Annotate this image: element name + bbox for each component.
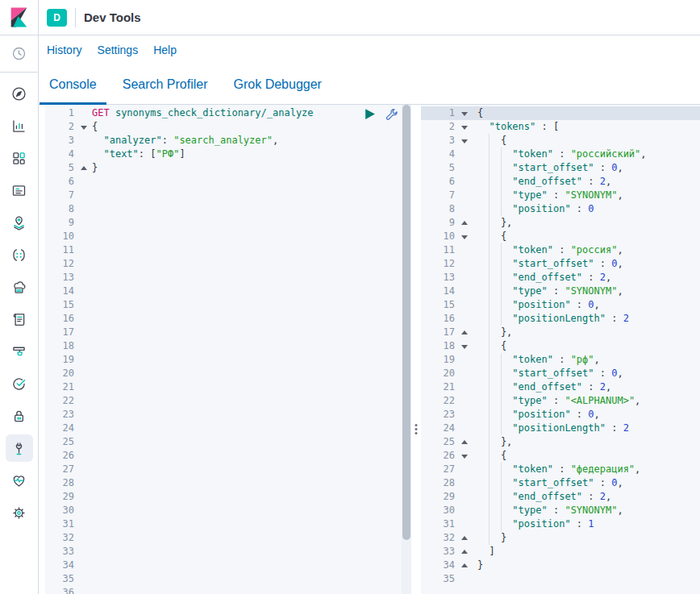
code-line: 24 "positionLength" : 2	[421, 422, 700, 435]
code-text	[90, 380, 402, 394]
fold-gutter	[458, 298, 471, 312]
sidebar-item-dev-tools-wrench[interactable]	[6, 434, 33, 462]
line-number: 31	[45, 517, 77, 531]
code-line: 17 },	[421, 326, 700, 339]
code-text: GET synonyms_check_dictionary/_analyze	[90, 106, 402, 120]
fold-gutter	[458, 271, 471, 285]
sidebar-item-recently-viewed-clock[interactable]	[6, 40, 33, 68]
sidebar-item-machine-learning[interactable]	[6, 241, 33, 268]
code-text: "type" : "SYNONYM",	[471, 285, 700, 298]
sidebar-item-canvas[interactable]	[6, 177, 33, 204]
dev-tools-wrench-icon	[10, 440, 27, 457]
tab-grok-debugger[interactable]: Grok Debugger	[224, 64, 331, 104]
kibana-logo[interactable]	[0, 0, 38, 35]
code-line: 31 "position" : 1	[421, 517, 700, 531]
stack-monitoring-heart-icon	[10, 472, 27, 489]
sidebar	[0, 0, 39, 594]
code-line: 9 },	[421, 216, 700, 230]
request-editor[interactable]: 1GET synonyms_check_dictionary/_analyze2…	[45, 105, 402, 594]
fold-gutter	[77, 586, 90, 594]
sidebar-item-logs-scroll[interactable]	[6, 305, 33, 333]
send-request-button[interactable]	[363, 107, 377, 121]
fold-open-icon[interactable]	[458, 120, 471, 134]
fold-end-icon[interactable]	[458, 531, 471, 545]
fold-end-icon[interactable]	[458, 326, 471, 339]
tab-search-profiler[interactable]: Search Profiler	[113, 64, 218, 104]
fold-open-icon[interactable]	[77, 120, 90, 134]
line-number: 14	[45, 285, 77, 298]
sidebar-item-management-gear[interactable]	[6, 499, 33, 526]
menu-item-history[interactable]: History	[47, 44, 82, 56]
request-settings-button[interactable]	[385, 108, 398, 121]
code-line: 16	[45, 312, 402, 326]
line-number: 10	[421, 230, 458, 243]
fold-open-icon[interactable]	[458, 106, 471, 120]
line-number: 29	[45, 490, 77, 504]
fold-gutter	[77, 531, 90, 545]
fold-end-icon[interactable]	[77, 161, 90, 175]
code-line: 7	[45, 189, 402, 202]
tab-console[interactable]: Console	[40, 64, 106, 104]
sidebar-item-stack-monitoring-heart[interactable]	[6, 467, 33, 494]
code-line: 4 "token" : "российский",	[421, 147, 700, 161]
fold-end-icon[interactable]	[458, 559, 471, 572]
line-number: 21	[421, 380, 458, 394]
fold-gutter	[77, 189, 90, 202]
menu-item-settings[interactable]: Settings	[98, 44, 139, 56]
request-editor-scrollbar[interactable]	[402, 105, 411, 594]
fold-open-icon[interactable]	[458, 230, 471, 243]
code-line: 9	[45, 216, 402, 230]
machine-learning-icon	[10, 247, 27, 264]
fold-gutter	[77, 339, 90, 353]
fold-gutter	[77, 271, 90, 285]
sidebar-item-visualize-chart[interactable]	[6, 112, 33, 139]
code-line: 15	[45, 298, 402, 312]
code-line: 21	[45, 380, 402, 394]
line-number: 30	[45, 504, 77, 517]
code-text	[90, 559, 402, 572]
sidebar-item-dashboard[interactable]	[6, 144, 33, 172]
fold-open-icon[interactable]	[458, 449, 471, 463]
line-number: 10	[45, 230, 77, 243]
line-number: 36	[45, 586, 77, 594]
sidebar-item-siem-lock[interactable]	[6, 402, 33, 430]
sidebar-item-apm[interactable]	[6, 338, 33, 365]
sidebar-item-maps-pin[interactable]	[6, 209, 33, 236]
fold-end-icon[interactable]	[458, 545, 471, 559]
fold-gutter	[458, 367, 471, 380]
fold-end-icon[interactable]	[458, 216, 471, 230]
app-nav	[0, 73, 38, 529]
code-text: "end_offset" : 2,	[471, 490, 700, 504]
sidebar-item-infrastructure-cloud[interactable]	[6, 273, 33, 301]
line-number: 34	[45, 559, 77, 572]
main-area: D Dev Tools HistorySettingsHelp ConsoleS…	[39, 0, 700, 594]
code-line: 25 },	[421, 435, 700, 449]
fold-open-icon[interactable]	[458, 339, 471, 353]
menu-item-help[interactable]: Help	[153, 44, 177, 56]
fold-gutter	[77, 449, 90, 463]
fold-end-icon[interactable]	[458, 435, 471, 449]
response-editor[interactable]: 1{2 "tokens" : [3 {4 "token" : "российск…	[421, 105, 700, 594]
line-number: 26	[45, 449, 77, 463]
code-text	[90, 504, 402, 517]
code-text: "type" : "SYNONYM",	[471, 189, 700, 202]
infrastructure-cloud-icon	[10, 279, 27, 296]
code-line: 36	[45, 586, 402, 594]
line-number: 27	[45, 463, 77, 476]
sidebar-item-discover-compass[interactable]	[6, 80, 33, 107]
line-number: 2	[421, 120, 458, 134]
discover-compass-icon	[10, 85, 27, 102]
line-number: 16	[45, 312, 77, 326]
fold-gutter	[77, 517, 90, 531]
pane-splitter[interactable]	[411, 105, 421, 594]
scrollbar-thumb[interactable]	[402, 105, 410, 540]
fold-gutter	[77, 367, 90, 380]
logs-scroll-icon	[10, 311, 27, 328]
code-text	[90, 202, 402, 216]
fold-gutter	[458, 408, 471, 422]
sidebar-item-uptime-check[interactable]	[6, 370, 33, 397]
fold-gutter	[458, 476, 471, 490]
fold-open-icon[interactable]	[458, 134, 471, 147]
line-number: 13	[421, 271, 458, 285]
line-number: 15	[45, 298, 77, 312]
